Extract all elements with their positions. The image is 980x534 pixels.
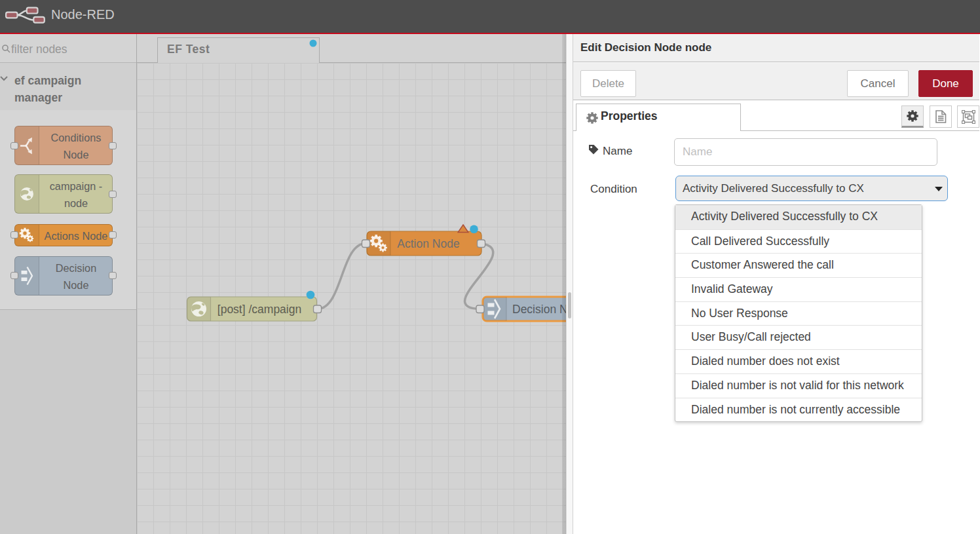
svg-text:Decision Node: Decision Node <box>512 303 566 316</box>
svg-text:[post] /campaign: [post] /campaign <box>217 303 301 316</box>
svg-text:Action Node: Action Node <box>397 237 459 250</box>
